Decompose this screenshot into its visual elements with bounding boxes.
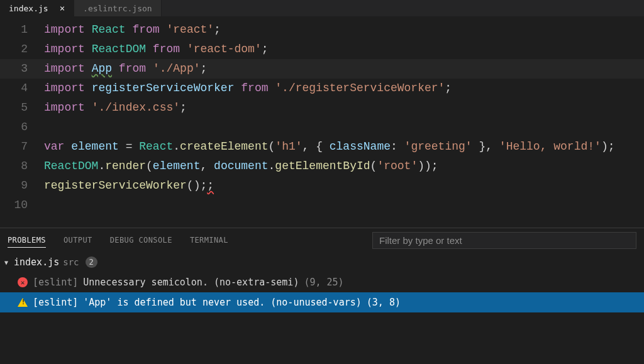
panel-tab-bar: PROBLEMS OUTPUT DEBUG CONSOLE TERMINAL [0, 228, 644, 252]
problem-item[interactable]: [eslint]'App' is defined but never used.… [0, 292, 644, 312]
problem-message: Unnecessary semicolon. (no-extra-semi) [83, 277, 299, 288]
line-number-gutter: 12345678910 [0, 20, 42, 228]
line-number: 1 [0, 20, 28, 40]
code-area[interactable]: import React from 'react';import ReactDO… [42, 20, 644, 228]
problem-message: 'App' is defined but never used. (no-unu… [83, 297, 362, 308]
filter-input[interactable] [372, 232, 636, 249]
problems-file-dir: src [63, 257, 79, 267]
line-number: 7 [0, 137, 28, 157]
code-editor[interactable]: 12345678910 import React from 'react';im… [0, 16, 644, 228]
code-line[interactable]: import './index.css'; [42, 98, 644, 118]
code-line[interactable]: var element = React.createElement('h1', … [42, 137, 644, 157]
warning-icon [18, 298, 28, 307]
problems-file-row[interactable]: ▼ index.js src 2 [0, 252, 644, 272]
tab-label: .eslintrc.json [83, 4, 152, 13]
problems-list: ✕[eslint]Unnecessary semicolon. (no-extr… [0, 272, 644, 312]
editor-tabs: index.js × .eslintrc.json [0, 0, 644, 16]
code-line[interactable]: import App from './App'; [42, 59, 644, 79]
code-line[interactable] [42, 196, 644, 215]
problem-source: [eslint] [33, 277, 78, 288]
code-line[interactable]: import React from 'react'; [42, 20, 644, 40]
problems-count-badge: 2 [86, 256, 97, 268]
bottom-panel: PROBLEMS OUTPUT DEBUG CONSOLE TERMINAL ▼… [0, 228, 644, 312]
tab-label: index.js [9, 4, 48, 13]
chevron-down-icon: ▼ [3, 259, 10, 266]
problem-source: [eslint] [33, 297, 78, 308]
problem-location: (3, 8) [367, 297, 401, 308]
problems-file-name: index.js [14, 256, 59, 268]
code-line[interactable]: registerServiceWorker();; [42, 176, 644, 196]
code-line[interactable]: import ReactDOM from 'react-dom'; [42, 40, 644, 59]
line-number: 9 [0, 176, 28, 196]
tab-eslintrc[interactable]: .eslintrc.json [74, 0, 162, 16]
tab-index-js[interactable]: index.js × [0, 0, 74, 16]
line-number: 10 [0, 196, 28, 215]
code-line[interactable] [42, 118, 644, 137]
problems-filter [372, 232, 636, 249]
line-number: 2 [0, 40, 28, 59]
panel-tab-problems[interactable]: PROBLEMS [8, 233, 46, 248]
error-icon: ✕ [18, 277, 28, 287]
line-number: 5 [0, 98, 28, 118]
panel-tab-debugconsole[interactable]: DEBUG CONSOLE [110, 233, 172, 247]
line-number: 8 [0, 157, 28, 176]
problem-location: (9, 25) [304, 277, 343, 288]
panel-tab-output[interactable]: OUTPUT [64, 233, 92, 247]
line-number: 6 [0, 118, 28, 137]
line-number: 4 [0, 79, 28, 98]
close-icon[interactable]: × [60, 4, 65, 13]
panel-tab-terminal[interactable]: TERMINAL [190, 233, 228, 247]
code-line[interactable]: ReactDOM.render(element, document.getEle… [42, 157, 644, 176]
code-line[interactable]: import registerServiceWorker from './reg… [42, 79, 644, 98]
problem-item[interactable]: ✕[eslint]Unnecessary semicolon. (no-extr… [0, 272, 644, 292]
